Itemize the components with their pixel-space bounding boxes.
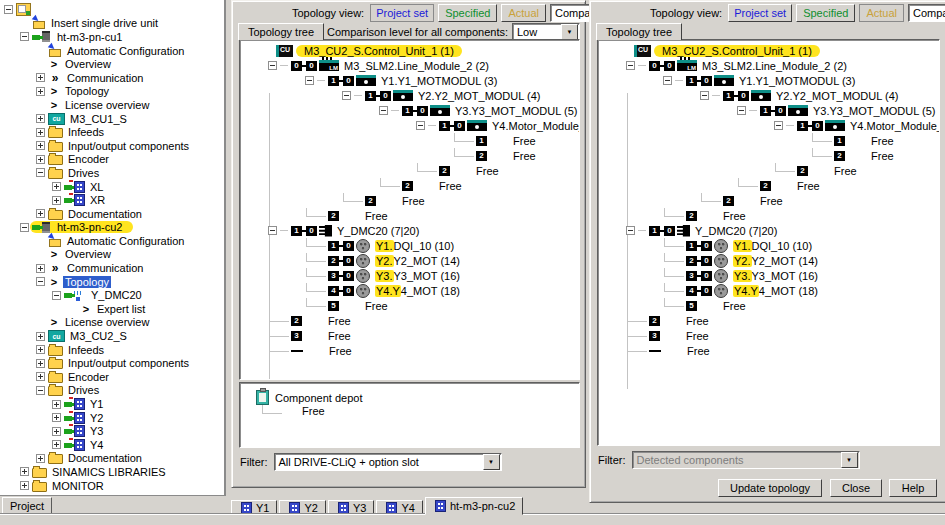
- collapse-icon[interactable]: [305, 76, 314, 85]
- sidebar-item-m3-cu1-s[interactable]: cuM3_CU1_S: [0, 112, 224, 126]
- sidebar-item-input-output-components[interactable]: Input/output components: [0, 139, 224, 153]
- topology-node-y1-y1-motmodul-3[interactable]: 10Y1.Y1_MOTMODUL (3): [598, 73, 939, 88]
- expand-icon[interactable]: [36, 345, 45, 354]
- collapse-icon[interactable]: [737, 106, 746, 115]
- collapse-icon[interactable]: [36, 277, 45, 286]
- topology-node-y4-y4-mot-18[interactable]: 40Y4.Y4_MOT (18): [598, 283, 939, 298]
- tab-ht-m3-pn-cu2[interactable]: ht-m3-pn-cu2: [425, 497, 523, 515]
- sidebar-item-infeeds[interactable]: Infeeds: [0, 343, 224, 357]
- sidebar-item-communication[interactable]: »Communication: [0, 71, 224, 85]
- sidebar-item-overview[interactable]: >Overview: [0, 57, 224, 71]
- topology-node-y2-y2-mot-modul-4[interactable]: 10Y2.Y2_MOT_MODUL (4): [240, 88, 579, 103]
- sidebar-item-ht-m3-pn-cu2[interactable]: ht-m3-pn-cu2: [0, 221, 224, 235]
- collapse-icon[interactable]: [52, 291, 61, 300]
- close-button[interactable]: Close: [830, 479, 882, 497]
- topology-node-y4-motor-module-6-6[interactable]: 10Y4.Motor_Module_6 (6): [240, 118, 579, 133]
- topology-node-free[interactable]: 3Free: [598, 328, 939, 343]
- topology-node-free[interactable]: 2Free: [598, 313, 939, 328]
- collapse-icon[interactable]: [268, 61, 277, 70]
- sidebar-item-xr[interactable]: XR: [0, 193, 224, 207]
- sidebar-item-overview[interactable]: >Overview: [0, 248, 224, 262]
- project-set-button[interactable]: Project set: [728, 4, 792, 22]
- topology-node-y3-y3-mot-modul-5[interactable]: 10Y3.Y3_MOT_MODUL (5): [598, 103, 939, 118]
- sidebar-item-root[interactable]: [0, 3, 224, 17]
- sidebar-item-m3-cu2-s[interactable]: cuM3_CU2_S: [0, 329, 224, 343]
- topology-node-free[interactable]: 2Free: [598, 148, 939, 163]
- topology-node-free[interactable]: Free: [240, 343, 579, 358]
- collapse-icon[interactable]: [416, 121, 425, 130]
- sidebar-item-expert-list[interactable]: >Expert list: [0, 302, 224, 316]
- sidebar-item-ht-m3-pn-cu1[interactable]: ht-m3-pn-cu1: [0, 30, 224, 44]
- expand-icon[interactable]: [36, 73, 45, 82]
- topology-node-y1-dqi-10-10[interactable]: 10Y1.DQI_10 (10): [598, 238, 939, 253]
- sidebar-item-xl[interactable]: XL: [0, 180, 224, 194]
- topology-node-y4-motor-module-6-6[interactable]: 10Y4.Motor_Module_6 (6): [598, 118, 939, 133]
- topology-node-free[interactable]: 3Free: [240, 328, 579, 343]
- collapse-icon[interactable]: [774, 121, 783, 130]
- expand-icon[interactable]: [36, 454, 45, 463]
- sidebar-item-monitor[interactable]: MONITOR: [0, 479, 224, 493]
- topology-node-y2-y2-mot-14[interactable]: 20Y2.Y2_MOT (14): [598, 253, 939, 268]
- collapse-icon[interactable]: [342, 91, 351, 100]
- expand-icon[interactable]: [36, 209, 45, 218]
- sidebar-item-y1[interactable]: Y1: [0, 397, 224, 411]
- filter-select[interactable]: All DRIVE-CLiQ + option slot ▼: [274, 453, 502, 471]
- help-button[interactable]: Help: [889, 479, 937, 497]
- sidebar-item-automatic-configuration[interactable]: Automatic Configuration: [0, 44, 224, 58]
- expand-icon[interactable]: [36, 141, 45, 150]
- sidebar-item-license-overview[interactable]: >License overview: [0, 98, 224, 112]
- collapse-icon[interactable]: [36, 386, 45, 395]
- collapse-icon[interactable]: [36, 168, 45, 177]
- topology-node-free[interactable]: 2Free: [240, 208, 579, 223]
- topology-node-free[interactable]: 2Free: [598, 178, 939, 193]
- expand-icon[interactable]: [36, 372, 45, 381]
- sidebar-item-drives[interactable]: Drives: [0, 384, 224, 398]
- actual-button[interactable]: Actual: [859, 4, 904, 22]
- sidebar-item-documentation[interactable]: Documentation: [0, 207, 224, 221]
- topology-node-y1-y1-motmodul-3[interactable]: 10Y1.Y1_MOTMODUL (3): [240, 73, 579, 88]
- topology-node-y3-y3-mot-modul-5[interactable]: 10Y3.Y3_MOT_MODUL (5): [240, 103, 579, 118]
- topology-node-y2-y2-mot-modul-4[interactable]: 10Y2.Y2_MOT_MODUL (4): [598, 88, 939, 103]
- expand-icon[interactable]: [36, 128, 45, 137]
- topology-node-free[interactable]: Free: [598, 343, 939, 358]
- sidebar-item-y4[interactable]: Y4: [0, 438, 224, 452]
- topology-node-y1-dqi-10-10[interactable]: 10Y1.DQI_10 (10): [240, 238, 579, 253]
- expand-icon[interactable]: [20, 481, 29, 490]
- topology-node-y-dmc20-7-20[interactable]: 10Y_DMC20 (7|20): [598, 223, 939, 238]
- actual-button[interactable]: Actual: [501, 4, 546, 22]
- sidebar-item-topology[interactable]: >Topology: [0, 275, 224, 289]
- topology-node-free[interactable]: 2Free: [240, 163, 579, 178]
- sidebar-item-automatic-configuration[interactable]: Automatic Configuration: [0, 234, 224, 248]
- topology-node-free[interactable]: 2Free: [240, 148, 579, 163]
- expand-icon[interactable]: [36, 114, 45, 123]
- sidebar-item-topology[interactable]: >Topology: [0, 85, 224, 99]
- topology-node-free[interactable]: 5Free: [598, 298, 939, 313]
- topology-node-m3-cu2-s-control-unit-1-1[interactable]: M3_CU2_S.Control_Unit_1 (1): [598, 43, 939, 58]
- expand-icon[interactable]: [36, 332, 45, 341]
- sidebar-item-encoder[interactable]: Encoder: [0, 153, 224, 167]
- expand-icon[interactable]: [52, 427, 61, 436]
- collapse-icon[interactable]: [626, 61, 635, 70]
- collapse-icon[interactable]: [20, 223, 29, 232]
- expand-icon[interactable]: [52, 413, 61, 422]
- topology-node-y-dmc20-7-20[interactable]: 10Y_DMC20 (7|20): [240, 223, 579, 238]
- expand-icon[interactable]: [52, 440, 61, 449]
- topology-node-free[interactable]: 1Free: [240, 133, 579, 148]
- topology-node-free[interactable]: 2Free: [598, 193, 939, 208]
- collapse-icon[interactable]: [20, 32, 29, 41]
- topology-node-m3-cu2-s-control-unit-1-1[interactable]: M3_CU2_S.Control_Unit_1 (1): [240, 43, 579, 58]
- expand-icon[interactable]: [36, 264, 45, 273]
- sidebar-item-y2[interactable]: Y2: [0, 411, 224, 425]
- topology-node-y4-y4-mot-18[interactable]: 40Y4.Y4_MOT (18): [240, 283, 579, 298]
- sidebar-item-communication[interactable]: »Communication: [0, 261, 224, 275]
- topology-node-free[interactable]: 2Free: [598, 208, 939, 223]
- tab-topology-tree[interactable]: Topology tree: [238, 23, 324, 40]
- collapse-icon[interactable]: [4, 5, 13, 14]
- collapse-icon[interactable]: [626, 226, 635, 235]
- specified-button[interactable]: Specified: [438, 4, 497, 22]
- expand-icon[interactable]: [52, 196, 61, 205]
- view-mode-select[interactable]: Comparison ▼: [908, 4, 945, 22]
- sidebar-item-insert-single-drive-unit[interactable]: Insert single drive unit: [0, 17, 224, 31]
- topology-node-free[interactable]: 5Free: [240, 298, 579, 313]
- topology-node-free[interactable]: 2Free: [240, 313, 579, 328]
